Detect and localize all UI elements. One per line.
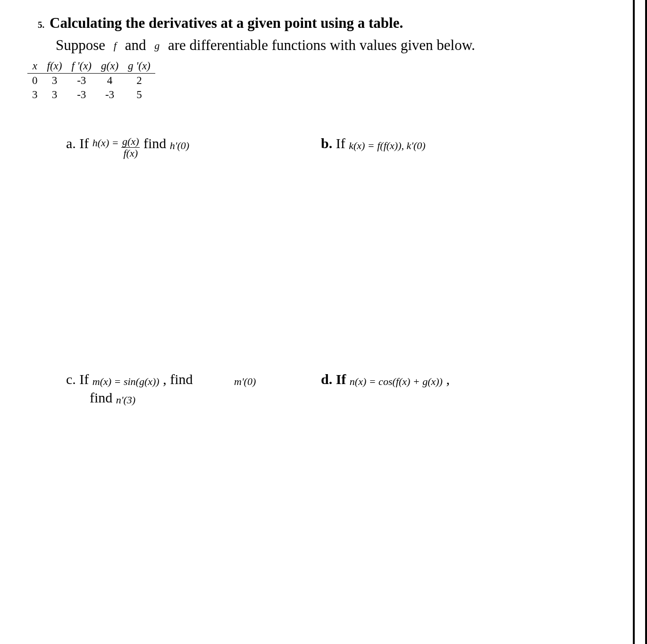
- value-table: x f(x) f '(x) g(x) g '(x) 0 3 -3 4 2 3 3…: [27, 59, 155, 102]
- part-a-target: h'(0): [170, 140, 189, 151]
- heading-line: 5. Calculating the derivatives at a give…: [38, 14, 604, 33]
- document-page: 5. Calculating the derivatives at a give…: [0, 0, 632, 644]
- part-b-eq: k(x) = f(f(x)), k'(0): [349, 140, 425, 151]
- intro-prefix: Suppose: [56, 37, 109, 53]
- cell: 3: [42, 88, 67, 102]
- table-row: 0 3 -3 4 2: [27, 73, 155, 88]
- cell: 5: [123, 88, 155, 102]
- part-c-label: c. If: [66, 371, 92, 387]
- part-d-find-line: find n'(3): [90, 390, 604, 406]
- part-d-line: d. If n(x) = cos(f(x) + g(x)) ,: [321, 371, 557, 388]
- part-d: d. If n(x) = cos(f(x) + g(x)) ,: [321, 371, 557, 388]
- problems-row-1: a. If h(x) = g(x) f(x) find h'(0) b. If …: [66, 135, 604, 159]
- part-d-label: d. If: [321, 371, 350, 387]
- fraction-denominator: f(x): [121, 148, 140, 159]
- cell: -3: [67, 73, 96, 88]
- part-a-line: a. If h(x) = g(x) f(x) find h'(0): [66, 135, 321, 159]
- part-c: c. If m(x) = sin(g(x)) , find m'(0): [66, 371, 321, 388]
- intro-suffix: are differentiable functions with values…: [164, 37, 475, 53]
- cell: 4: [96, 73, 123, 88]
- part-d-eq: n(x) = cos(f(x) + g(x)): [350, 376, 443, 387]
- part-d-comma: ,: [446, 371, 450, 387]
- cell: -3: [96, 88, 123, 102]
- part-b-if: If: [336, 135, 349, 151]
- table-header-row: x f(x) f '(x) g(x) g '(x): [27, 59, 155, 74]
- intro-g-symbol: g: [150, 40, 164, 51]
- work-space-gap: [38, 159, 604, 371]
- part-c-eq: m(x) = sin(g(x)): [92, 376, 160, 387]
- fraction: g(x) f(x): [121, 136, 140, 159]
- th-x: x: [27, 59, 42, 74]
- th-gprimex: g '(x): [123, 59, 155, 74]
- cell: -3: [67, 88, 96, 102]
- intro-text: Suppose f and g are differentiable funct…: [56, 35, 604, 55]
- intro-and: and: [121, 37, 150, 53]
- part-c-line: c. If m(x) = sin(g(x)) , find m'(0): [66, 371, 321, 388]
- cell: 0: [27, 73, 42, 88]
- part-d-target: n'(3): [116, 394, 135, 406]
- value-table-wrap: x f(x) f '(x) g(x) g '(x) 0 3 -3 4 2 3 3…: [27, 59, 604, 102]
- part-b-line: b. If k(x) = f(f(x)), k'(0): [321, 135, 557, 152]
- problem-title: Calculating the derivatives at a given p…: [50, 15, 403, 31]
- part-c-find: , find: [163, 371, 193, 387]
- cell: 2: [123, 73, 155, 88]
- part-b: b. If k(x) = f(f(x)), k'(0): [321, 135, 557, 159]
- part-a-label: a. If: [66, 135, 92, 151]
- problem-number: 5.: [38, 20, 44, 30]
- part-d-find-word: find: [90, 390, 116, 405]
- th-fx: f(x): [42, 59, 67, 74]
- page-right-border: [633, 0, 647, 644]
- th-gx: g(x): [96, 59, 123, 74]
- table-row: 3 3 -3 -3 5: [27, 88, 155, 102]
- fraction-numerator: g(x): [121, 136, 140, 148]
- part-a: a. If h(x) = g(x) f(x) find h'(0): [66, 135, 321, 159]
- content-area: 5. Calculating the derivatives at a give…: [14, 14, 604, 406]
- part-b-label: b.: [321, 135, 332, 151]
- part-c-target: m'(0): [196, 376, 256, 387]
- problems-row-2: c. If m(x) = sin(g(x)) , find m'(0) d. I…: [66, 371, 604, 388]
- intro-f-symbol: f: [109, 40, 121, 51]
- part-a-find: find: [143, 135, 170, 151]
- hx-prefix: h(x) =: [92, 137, 121, 149]
- cell: 3: [27, 88, 42, 102]
- cell: 3: [42, 73, 67, 88]
- th-fprimex: f '(x): [67, 59, 96, 74]
